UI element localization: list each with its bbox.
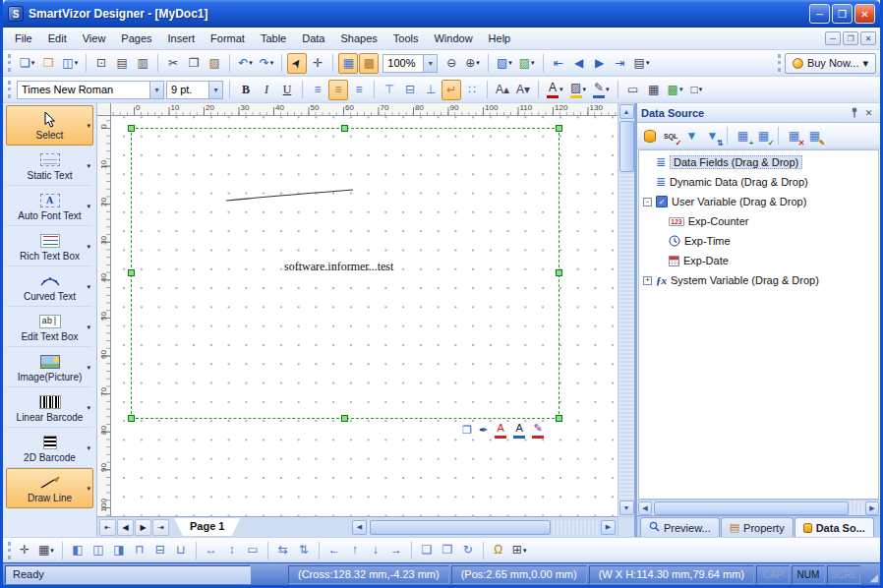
redo-icon[interactable]: ↷▾ — [257, 53, 277, 74]
tool-edit-text-box[interactable]: ab| Edit Text Box ▾ — [6, 307, 93, 347]
open-file-icon[interactable]: ❒ — [38, 53, 58, 74]
panel-horizontal-scrollbar[interactable]: ◀ ▶ — [637, 500, 880, 515]
menu-help[interactable]: Help — [481, 29, 519, 47]
scroll-left-button[interactable]: ◀ — [352, 520, 367, 535]
space-down-icon[interactable]: ⇅ — [294, 540, 314, 560]
toolbar-drag-handle[interactable] — [8, 81, 11, 98]
next-page-icon[interactable]: ▶ — [590, 53, 610, 74]
buy-now-dropdown-arrow[interactable]: ▾ — [862, 57, 868, 70]
previous-page-icon[interactable]: ◀ — [569, 53, 589, 74]
selection-handle-middle-left[interactable] — [128, 269, 135, 276]
panel-scroll-thumb[interactable] — [654, 501, 849, 515]
object-font-red-icon[interactable]: A — [492, 422, 509, 438]
tool-2d-barcode-dropdown[interactable]: ▾ — [87, 444, 90, 452]
underline-icon[interactable]: U — [277, 80, 297, 100]
align-right-icon[interactable]: ≡ — [349, 80, 369, 100]
mdi-restore-button[interactable]: ❐ — [843, 31, 858, 45]
nudge-down-icon[interactable]: ↓ — [366, 540, 385, 560]
selection-handle-top-right[interactable] — [556, 125, 562, 132]
delete-record-icon[interactable]: ▦✕ — [784, 126, 803, 147]
tab-property[interactable]: ▤ Property — [721, 517, 794, 537]
line-style-icon[interactable]: ▨▾ — [516, 53, 538, 74]
tree-item-user-variable[interactable]: - ✓ User Variable (Drag & Drop) — [639, 192, 878, 211]
mdi-minimize-button[interactable]: ─ — [825, 31, 841, 45]
shrink-font-icon[interactable]: A▾ — [513, 80, 533, 100]
select-tool-icon[interactable]: ➤ — [287, 53, 307, 74]
zoom-in-icon[interactable]: ⊕▾ — [462, 53, 483, 74]
selection-handle-top-middle[interactable] — [341, 125, 348, 132]
tool-rich-text-box[interactable]: Rich Text Box ▾ — [6, 226, 93, 266]
menu-pages[interactable]: Pages — [113, 29, 159, 47]
cut-icon[interactable]: ✂ — [163, 53, 183, 74]
fill-style-icon[interactable]: ▧▾ — [494, 53, 515, 74]
minimize-button[interactable]: ─ — [809, 4, 830, 24]
shape-fill-icon[interactable]: ▩▾ — [665, 80, 686, 100]
tool-linear-barcode[interactable]: Linear Barcode ▾ — [6, 387, 93, 428]
design-canvas[interactable]: software.informer...test ❐✒AA✎ — [111, 116, 618, 516]
menu-data[interactable]: Data — [294, 29, 332, 47]
font-color-icon[interactable]: A▾ — [544, 80, 566, 100]
selection-handle-bottom-left[interactable] — [128, 415, 135, 422]
menu-file[interactable]: File — [7, 29, 40, 47]
database-icon[interactable] — [640, 126, 660, 147]
tool-select[interactable]: Select ▾ — [6, 105, 93, 146]
paste-icon[interactable]: ▨ — [205, 53, 224, 74]
restore-button[interactable]: ❐ — [832, 4, 853, 24]
page-tab[interactable]: Page 1 — [174, 518, 240, 536]
tool-edit-text-box-dropdown[interactable]: ▾ — [87, 323, 90, 331]
vertical-scroll-thumb[interactable] — [619, 121, 634, 172]
undo-icon[interactable]: ↶▾ — [235, 53, 256, 74]
menu-table[interactable]: Table — [253, 29, 294, 47]
make-same-width-icon[interactable]: ↔ — [202, 540, 221, 560]
selection-handle-bottom-right[interactable] — [556, 415, 562, 422]
space-across-icon[interactable]: ⇆ — [273, 540, 293, 560]
table-icon[interactable]: ▦ — [644, 80, 664, 100]
font-family-combo[interactable]: Times New Roman ▾ — [17, 81, 164, 99]
bring-to-front-icon[interactable]: ❏ — [417, 540, 437, 560]
text-frame-icon[interactable]: ▭ — [623, 80, 643, 100]
first-page-icon[interactable]: ⇤ — [549, 53, 568, 74]
lock-object-icon[interactable]: Ω — [489, 540, 508, 560]
grow-font-icon[interactable]: A▴ — [493, 80, 512, 100]
tree-item-data-fields[interactable]: ≣ Data Fields (Drag & Drop) — [639, 152, 878, 172]
collapse-toggle-icon[interactable]: - — [643, 198, 652, 206]
horizontal-scroll-track[interactable] — [368, 520, 600, 535]
scroll-right-button[interactable]: ▶ — [865, 501, 879, 515]
tree-item-dynamic-data[interactable]: ≣ Dynamic Data (Drag & Drop) — [639, 172, 878, 192]
prev-page-tab-button[interactable]: ◀ — [117, 519, 134, 536]
menu-edit[interactable]: Edit — [40, 29, 75, 47]
tree-item-system-variable[interactable]: + ƒx System Variable (Drag & Drop) — [639, 270, 878, 290]
scroll-up-button[interactable]: ▲ — [619, 104, 634, 119]
scroll-right-button[interactable]: ▶ — [601, 520, 616, 535]
tree-item-exp-counter[interactable]: 123 Exp-Counter — [639, 211, 878, 231]
menu-window[interactable]: Window — [426, 29, 480, 47]
text-object[interactable]: software.informer...test — [284, 260, 393, 274]
tree-item-exp-time[interactable]: Exp-Time — [639, 231, 878, 251]
zoom-combo[interactable]: 100% ▾ — [383, 54, 438, 73]
wrap-text-icon[interactable]: ↵ — [442, 80, 461, 100]
toolbar-drag-handle[interactable] — [8, 542, 11, 559]
tree-item-exp-date[interactable]: Exp-Date — [639, 251, 878, 270]
object-pen-icon[interactable]: ✎ — [529, 422, 547, 438]
menu-view[interactable]: View — [75, 29, 114, 47]
tool-rich-text-box-dropdown[interactable]: ▾ — [87, 243, 90, 251]
buy-now-button[interactable]: Buy Now... ▾ — [785, 53, 876, 74]
tool-curved-text[interactable]: Curved Text ▾ — [6, 266, 93, 307]
highlight-color-icon[interactable]: ▨▾ — [567, 80, 590, 100]
vertical-scroll-track[interactable] — [619, 119, 634, 500]
expand-toggle-icon[interactable]: + — [643, 276, 652, 285]
send-to-back-icon[interactable]: ❐ — [438, 540, 457, 560]
scroll-left-button[interactable]: ◀ — [638, 501, 652, 515]
selection-handle-top-left[interactable] — [128, 125, 135, 132]
mdi-close-button[interactable]: ✕ — [860, 31, 876, 45]
tab-data-source[interactable]: Data So... — [795, 517, 874, 537]
tool-auto-font-text[interactable]: A Auto Font Text ▾ — [6, 186, 93, 226]
tool-auto-font-text-dropdown[interactable]: ▾ — [87, 203, 90, 210]
pages-list-icon[interactable]: ▤▾ — [631, 53, 653, 74]
new-document-icon[interactable]: ❏▾ — [17, 53, 37, 74]
valign-top-icon[interactable]: ⊤ — [380, 80, 399, 100]
align-center-icon[interactable]: ≡ — [328, 80, 348, 100]
pan-tool-icon[interactable]: ✛ — [308, 53, 327, 74]
align-left-edges-icon[interactable]: ◧ — [68, 540, 88, 560]
tool-image-picture[interactable]: Image(Picture) ▾ — [6, 347, 93, 387]
